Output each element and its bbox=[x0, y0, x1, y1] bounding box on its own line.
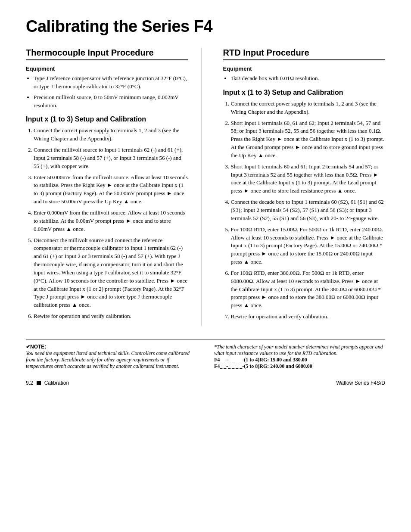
note-text: You need the equipment listed and techni… bbox=[26, 350, 190, 369]
right-equipment-header: Equipment bbox=[223, 65, 386, 72]
left-equipment-header: Equipment bbox=[26, 65, 188, 72]
list-item: 1kΩ decade box with 0.01Ω resolution. bbox=[231, 75, 386, 83]
page-footer-right: Watlow Series F4S/D bbox=[336, 380, 385, 386]
list-item: Connect the decade box to Input 1 termin… bbox=[231, 198, 386, 223]
page-footer: 9.2 Calibration Watlow Series F4S/D bbox=[26, 380, 385, 386]
left-section-title: Thermocouple Input Procedure bbox=[26, 48, 188, 60]
rtd-note-intro: *The tenth character of your model numbe… bbox=[214, 344, 383, 356]
list-item: Rewire for operation and verify calibrat… bbox=[34, 312, 188, 320]
list-item: Connect the correct power supply to term… bbox=[231, 100, 386, 116]
footer-section: ✔NOTE: You need the equipment listed and… bbox=[26, 339, 385, 370]
list-item: Enter 0.000mV from the millivolt source.… bbox=[34, 209, 188, 233]
main-title: Calibrating the Series F4 bbox=[26, 17, 385, 36]
left-column: Thermocouple Input Procedure Equipment T… bbox=[26, 48, 202, 326]
right-setup-title: Input x (1 to 3) Setup and Calibration bbox=[223, 89, 386, 96]
list-item: Connect the millivolt source to Input 1 … bbox=[34, 146, 188, 171]
left-steps-list: Connect the correct power supply to term… bbox=[34, 127, 188, 320]
note-header: ✔NOTE: bbox=[26, 344, 46, 350]
left-equipment-list: Type J reference compensator with refere… bbox=[34, 75, 188, 109]
right-equipment-list: 1kΩ decade box with 0.01Ω resolution. bbox=[231, 75, 386, 83]
list-item: Disconnect the millivolt source and conn… bbox=[34, 236, 188, 310]
footer-note: ✔NOTE: You need the equipment listed and… bbox=[26, 344, 197, 370]
footer-separator-icon bbox=[37, 381, 41, 385]
right-column: RTD Input Procedure Equipment 1kΩ decade… bbox=[219, 48, 386, 326]
page-section-label: Calibration bbox=[44, 380, 69, 386]
footer-rtd-note: *The tenth character of your model numbe… bbox=[214, 344, 385, 370]
right-steps-list: Connect the correct power supply to term… bbox=[231, 100, 386, 321]
list-item: Enter 50.000mV from the millivolt source… bbox=[34, 174, 188, 206]
list-item: For 100Ω RTD, enter 380.00Ω. For 500Ω or… bbox=[231, 269, 386, 310]
left-setup-title: Input x (1 to 3) Setup and Calibration bbox=[26, 115, 188, 123]
right-section-title: RTD Input Procedure bbox=[223, 48, 386, 60]
list-item: Rewire for operation and verify calibrat… bbox=[231, 313, 386, 321]
page-number: 9.2 bbox=[26, 380, 33, 386]
page-footer-left: 9.2 Calibration bbox=[26, 380, 69, 386]
rtd-model-2: F4_ _-_ _ _ _-(5 to 8)RG: 240.00 and 608… bbox=[214, 363, 312, 369]
list-item: Type J reference compensator with refere… bbox=[34, 75, 188, 91]
list-item: Short Input 1 terminals 60, 61 and 62; I… bbox=[231, 119, 386, 160]
rtd-model-1: F4_ _-_ _ _ _-(1 to 4)RG: 15.00 and 380.… bbox=[214, 357, 307, 363]
list-item: Precision millivolt source, 0 to 50mV mi… bbox=[34, 93, 188, 110]
list-item: Short Input 1 terminals 60 and 61; Input… bbox=[231, 163, 386, 195]
list-item: Connect the correct power supply to term… bbox=[34, 127, 188, 143]
product-label: Watlow Series F4S/D bbox=[336, 380, 385, 386]
list-item: For 100Ω RTD, enter 15.00Ω. For 500Ω or … bbox=[231, 226, 386, 266]
